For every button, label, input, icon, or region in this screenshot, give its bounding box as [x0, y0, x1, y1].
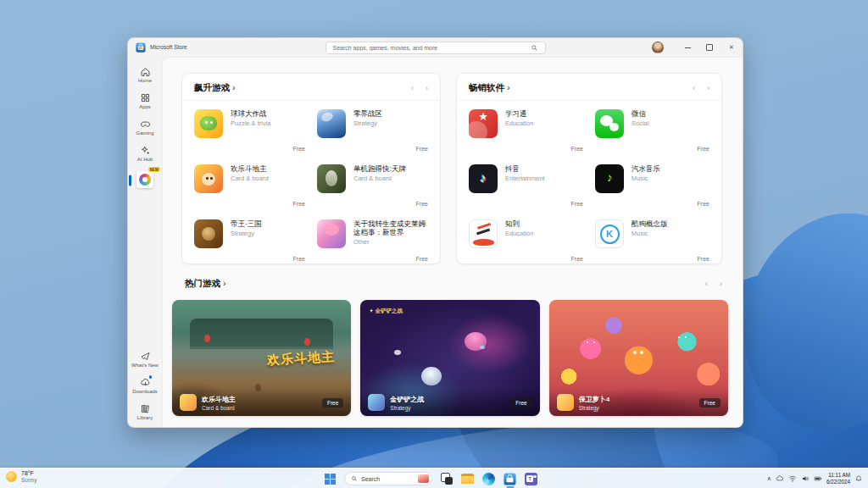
app-category: Strategy: [231, 230, 305, 237]
app-list-item[interactable]: 零界战区 Strategy Free: [317, 109, 428, 157]
sidebar-item-downloads[interactable]: Downloads: [128, 374, 162, 397]
sidebar-item-ai-hub[interactable]: AI Hub: [128, 142, 162, 165]
app-list-item[interactable]: 帝王·三国 Strategy Free: [194, 219, 305, 267]
price-badge: Free: [322, 398, 343, 408]
next-button[interactable]: [426, 85, 428, 92]
tray-overflow-chevron-icon[interactable]: ∧: [767, 475, 771, 482]
kugou-concept-icon: [595, 219, 624, 248]
app-name: 酷狗概念版: [632, 219, 709, 228]
next-button[interactable]: [707, 85, 709, 92]
happy-doudizhu-icon: [194, 164, 223, 193]
app-list-item[interactable]: 知到 Education Free: [469, 219, 583, 267]
sidebar-item-gaming[interactable]: Gaming: [128, 116, 162, 139]
search-highlight-image: [418, 474, 429, 483]
app-category: Strategy: [353, 119, 428, 127]
task-view-button[interactable]: [439, 470, 453, 487]
store-logo-icon: [136, 42, 146, 53]
card-title: 欢乐斗地主: [202, 395, 236, 404]
clock[interactable]: 11:11 AM 6/22/2024: [826, 472, 850, 485]
price-badge: Free: [699, 398, 721, 408]
notification-bell-icon[interactable]: [854, 474, 863, 483]
app-list-item[interactable]: 球球大作战 Puzzle & trivia Free: [194, 109, 305, 157]
app-list-item[interactable]: 汽水音乐 Music Free: [595, 164, 709, 212]
sidebar-label: Apps: [139, 104, 151, 109]
app-price: Free: [505, 256, 583, 267]
app-list-item[interactable]: 抖音 Entertainment Free: [469, 164, 583, 212]
app-price: Free: [632, 201, 709, 212]
prev-button[interactable]: [411, 85, 414, 92]
price-badge: Free: [510, 398, 531, 408]
store-taskbar-button[interactable]: [503, 470, 517, 487]
prev-button[interactable]: [693, 85, 695, 92]
sidebar-item-home[interactable]: Home: [128, 64, 162, 86]
start-button[interactable]: [323, 470, 337, 487]
file-explorer-button[interactable]: [460, 470, 475, 487]
soda-music-icon: [595, 164, 624, 193]
app-price: Free: [231, 256, 305, 267]
app-price: Free: [353, 201, 428, 212]
featured-card-tft[interactable]: 金铲铲之战 金铲铲之战 Strategy Free: [360, 300, 539, 416]
app-price: Free: [353, 256, 428, 267]
store-bag-icon: [504, 473, 516, 485]
app-price: Free: [353, 146, 428, 157]
app-price: Free: [231, 201, 305, 212]
sidebar-item-copilot-app[interactable]: NEW: [128, 169, 162, 191]
home-icon: [140, 66, 151, 77]
window-titlebar: Microsoft Store: [128, 38, 743, 57]
app-name: 微信: [632, 109, 709, 118]
onedrive-cloud-icon[interactable]: [776, 474, 784, 483]
zero-border-warzone-icon: [317, 109, 346, 138]
tft-icon: [368, 394, 385, 411]
volume-icon[interactable]: [801, 474, 810, 483]
sidebar-item-whats-new[interactable]: What's New: [128, 348, 162, 371]
app-category: Card & board: [353, 175, 428, 182]
featured-card-carrot-fantasy[interactable]: 保卫萝卜4 Strategy Free: [549, 300, 728, 416]
app-list-item[interactable]: 酷狗概念版 Music Free: [595, 219, 709, 267]
card-art-logo-text: 金铲铲之战: [369, 308, 403, 315]
section-title-link[interactable]: 热门游戏: [185, 278, 225, 290]
downloads-badge-dot: [149, 375, 153, 379]
app-category: Education: [505, 119, 583, 127]
app-category: Puzzle & trivia: [231, 119, 305, 127]
app-list-item[interactable]: 学习通 Education Free: [469, 109, 583, 157]
app-list-item[interactable]: 微信 Social Free: [595, 109, 709, 157]
edge-icon: [482, 473, 495, 485]
app-name: 学习通: [505, 109, 583, 118]
weather-widget[interactable]: 78°F Sunny: [6, 470, 36, 483]
section-title-link[interactable]: 畅销软件: [469, 82, 509, 94]
folder-icon: [461, 474, 474, 484]
sparkle-icon: [140, 145, 151, 156]
next-button[interactable]: [720, 280, 722, 288]
xuexitong-icon: [469, 109, 498, 138]
wifi-icon[interactable]: [788, 474, 797, 483]
app-name: 关于我转生变成史莱姆这档事：新世界: [353, 219, 428, 236]
zhidao-icon: [469, 219, 498, 248]
carrot-fantasy-icon: [557, 394, 574, 411]
app-category: Music: [632, 175, 709, 182]
maximize-button[interactable]: [705, 43, 714, 52]
sidebar-item-apps[interactable]: Apps: [128, 90, 162, 113]
app-name: 汽水音乐: [632, 164, 709, 173]
sidebar-item-library[interactable]: Library: [128, 401, 162, 424]
edge-button[interactable]: [481, 470, 496, 487]
close-button[interactable]: [727, 43, 736, 52]
app-price: Free: [632, 146, 709, 157]
sidebar-label: AI Hub: [137, 157, 153, 162]
tray-time: 11:11 AM: [826, 472, 850, 479]
sidebar-label: Gaming: [136, 130, 153, 136]
featured-card-happy-doudizhu[interactable]: 欢乐斗地主 欢乐斗地主 Card & board Free: [172, 300, 351, 416]
sidebar-label: What's New: [131, 363, 159, 368]
card-category: Card & board: [202, 405, 236, 411]
store-search-input[interactable]: [326, 42, 546, 54]
account-avatar[interactable]: [652, 42, 664, 53]
teams-button[interactable]: [524, 470, 538, 487]
prev-button[interactable]: [705, 280, 708, 288]
section-title-link[interactable]: 飙升游戏: [194, 82, 235, 94]
battery-icon[interactable]: [814, 474, 822, 483]
app-list-item[interactable]: 单机跑得快:天牌 Card & board Free: [317, 164, 428, 212]
app-list-item[interactable]: 关于我转生变成史莱姆这档事：新世界 Other Free: [317, 219, 428, 267]
minimize-button[interactable]: [683, 43, 692, 52]
app-category: Music: [632, 230, 709, 237]
taskbar-search-box[interactable]: Search: [344, 472, 432, 485]
app-list-item[interactable]: 欢乐斗地主 Card & board Free: [194, 164, 305, 212]
